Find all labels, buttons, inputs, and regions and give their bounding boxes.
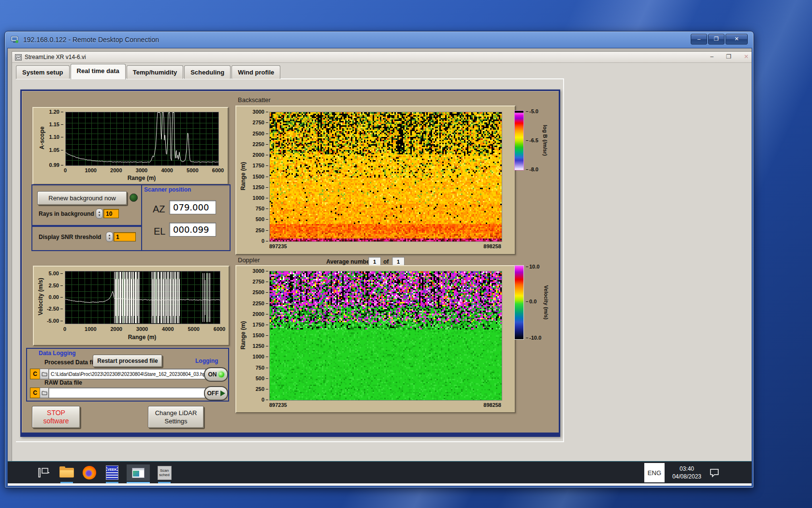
raw-path-field[interactable] [48, 388, 206, 398]
renew-background-button[interactable]: Renew background now [37, 191, 127, 205]
rays-value-field[interactable]: 10 [103, 209, 119, 218]
main-panel: A-scope 1.201.151.101.050.99 01000200030… [20, 90, 560, 437]
average-total-value: 1 [397, 259, 400, 265]
stop-line1: STOP [47, 409, 65, 417]
app-icon [15, 54, 22, 60]
veek-icon-text: VEEK [107, 467, 116, 472]
backscatter-x-start: 897235 [269, 243, 287, 249]
maximize-button[interactable]: ❐ [708, 34, 725, 45]
tab-wind-profile[interactable]: Wind profile [232, 65, 280, 79]
data-logging-title: Data Logging [39, 350, 76, 357]
spinner-down-icon: ▼ [98, 214, 101, 217]
y-axis-tick: 2750 [253, 279, 268, 284]
logging-label: Logging [195, 358, 218, 364]
app-window-controls: – ❐ ✕ [710, 53, 749, 60]
snr-spinner[interactable]: ▲ ▼ [106, 232, 113, 242]
app-minimize-button[interactable]: – [710, 53, 713, 60]
restart-processed-file-button[interactable]: Restart processed file [93, 355, 162, 367]
notification-center-icon[interactable] [709, 468, 720, 478]
on-label: ON [208, 371, 217, 378]
close-icon: ✕ [734, 36, 739, 42]
y-axis-tick: 1.20 [49, 109, 63, 115]
x-axis-tick: 1000 [85, 167, 96, 173]
logging-off-led [220, 390, 225, 396]
streamline-app-icon[interactable] [127, 464, 150, 481]
processed-path-field[interactable]: C:\Lidar\Data\Proc\2023\202308\20230804\… [48, 369, 206, 379]
y-axis-tick: 0 [261, 397, 268, 403]
app-window-title: StreamLine XR v14-6.vi [25, 54, 86, 60]
x-axis-tick: 2000 [110, 326, 122, 332]
rays-in-background-label: Rays in background [39, 210, 94, 217]
clock-time: 03:40 [672, 465, 701, 473]
language-indicator[interactable]: ENG [644, 463, 665, 482]
raw-browse-button[interactable] [40, 388, 49, 398]
velocity-x-axis-ticks: 0100020003000400050006000 [65, 326, 219, 332]
spinner-up-icon: ▲ [108, 234, 111, 237]
processed-drive-selector[interactable]: C [30, 369, 40, 379]
y-axis-tick: -5.00 [47, 318, 63, 324]
y-axis-tick: 2250 [253, 300, 268, 306]
backscatter-x-end: 898258 [463, 243, 501, 249]
scan-scheduler-icon[interactable]: Scan sched [156, 464, 173, 481]
y-axis-tick: 1500 [253, 332, 268, 338]
veek-app-icon[interactable]: VEEK [104, 464, 120, 481]
y-axis-tick: 2500 [253, 131, 268, 136]
velocity-y-axis-ticks: 5.002.500.00-2.50-5.00 [34, 271, 63, 323]
y-axis-tick: 500 [256, 216, 268, 222]
raw-drive-selector[interactable]: C [30, 388, 40, 398]
file-explorer-icon[interactable] [58, 464, 75, 481]
y-axis-tick: 1.10 [49, 134, 63, 140]
processed-browse-button[interactable] [40, 369, 49, 379]
stop-software-button[interactable]: STOP software [32, 406, 80, 428]
app-restore-button[interactable]: ❐ [726, 53, 731, 60]
x-axis-tick: 4000 [162, 326, 174, 332]
close-button[interactable]: ✕ [725, 34, 748, 45]
taskbar: VEEK Scan sched ENG 03:40 [8, 461, 752, 484]
snr-threshold-label: Display SNR threshold [39, 234, 101, 240]
clock-date: 04/08/2023 [672, 473, 701, 480]
y-axis-tick: 2250 [253, 141, 268, 147]
raw-logging-toggle[interactable]: OFF [204, 386, 228, 401]
y-axis-tick: 2000 [253, 152, 268, 158]
app-close-button[interactable]: ✕ [744, 53, 749, 60]
background-controls-box: Renew background now Rays in background … [31, 184, 142, 227]
colorbar-tick: -6.5 [526, 137, 538, 143]
tab-scheduling[interactable]: Scheduling [184, 65, 231, 79]
y-axis-tick: 1250 [253, 184, 268, 190]
y-axis-tick: 3000 [253, 109, 268, 115]
y-axis-tick: 5.00 [49, 270, 63, 276]
colorbar-tick: -5.0 [526, 108, 538, 114]
snr-value: 1 [116, 234, 119, 240]
az-label: AZ [153, 204, 165, 215]
taskbar-clock[interactable]: 03:40 04/08/2023 [672, 465, 701, 480]
x-axis-tick: 6000 [212, 167, 224, 173]
x-axis-tick: 2000 [110, 167, 122, 173]
backscatter-plot-area [269, 112, 502, 242]
app-window: StreamLine XR v14-6.vi – ❐ ✕ System setu… [12, 51, 752, 486]
y-axis-tick: 1750 [253, 322, 268, 328]
y-axis-tick: 750 [256, 206, 268, 211]
minimize-button[interactable]: – [691, 34, 707, 45]
az-value-field[interactable]: 079.000 [169, 200, 216, 214]
tab-temp-humidity[interactable]: Temp/humidity [127, 65, 183, 79]
tab-system-setup[interactable]: System setup [16, 65, 70, 79]
drive-letter: C [33, 389, 37, 396]
task-view-icon[interactable] [36, 464, 52, 481]
processed-logging-toggle[interactable]: ON [204, 367, 228, 382]
snr-value-field[interactable]: 1 [114, 232, 136, 241]
stop-line2: software [44, 417, 69, 425]
backscatter-y-axis-ticks: 3000275025002250200017501500125010007505… [248, 112, 268, 241]
rdp-titlebar[interactable]: 192.168.0.122 - Remote Desktop Connectio… [5, 31, 754, 48]
tab-real-time-data[interactable]: Real time data [71, 64, 126, 79]
firefox-icon[interactable] [81, 464, 98, 481]
colorbar-tick: 0.0 [526, 299, 536, 304]
change-lidar-settings-button[interactable]: Change LiDAR Settings [148, 406, 204, 428]
ascope-x-axis-ticks: 0100020003000400050006000 [65, 167, 218, 174]
el-value-field[interactable]: 000.099 [169, 223, 216, 237]
scanner-position-title: Scanner position [144, 186, 191, 193]
rdp-window-title: 192.168.0.122 - Remote Desktop Connectio… [23, 36, 159, 44]
rdp-window: 192.168.0.122 - Remote Desktop Connectio… [4, 31, 754, 488]
rays-spinner[interactable]: ▲ ▼ [96, 209, 103, 219]
doppler-y-axis-title: Range (m) [240, 321, 246, 350]
app-titlebar[interactable]: StreamLine XR v14-6.vi – ❐ ✕ [12, 52, 752, 63]
